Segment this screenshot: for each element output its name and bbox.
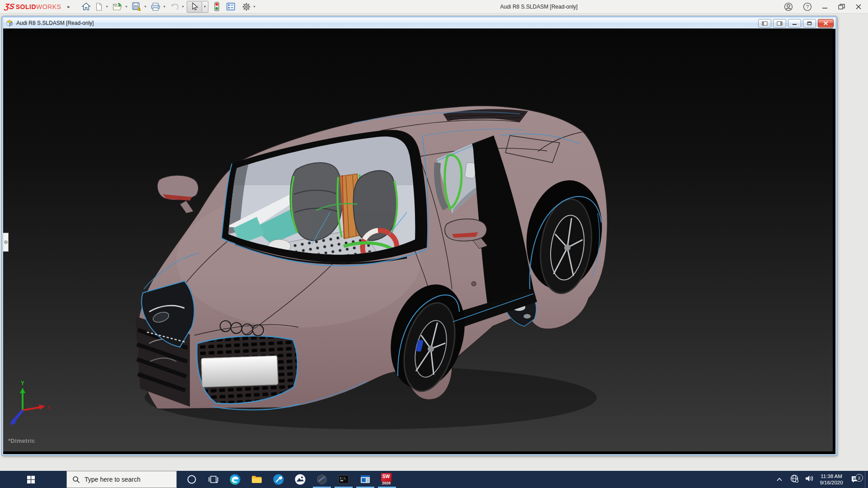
windows-taskbar: Type here to search [0,471,868,488]
taskbar-search-input[interactable]: Type here to search [66,471,177,488]
door-button [472,282,476,286]
hexagon-app-icon [316,474,328,485]
undo-icon [170,2,179,11]
globe-network-icon [790,474,799,483]
pane-left-button[interactable] [758,19,771,28]
edge-icon [229,474,241,485]
traffic-light-icon [214,2,220,11]
mirror-left [157,175,198,213]
pane-right-button[interactable] [773,19,786,28]
dropdown-caret[interactable]: ▾ [163,5,165,9]
graphics-viewport[interactable]: Y X *Dimetric [3,28,833,451]
restore-button[interactable] [838,4,845,10]
dropdown-caret[interactable]: ▾ [125,5,127,9]
show-desktop-button[interactable] [865,471,868,488]
design-table-icon [226,2,236,11]
search-placeholder: Type here to search [85,476,141,483]
document-title: Audi R8 S.SLDASM [Read-only] [16,20,94,26]
home-icon [81,2,91,11]
search-icon [72,476,80,483]
close-button[interactable] [855,4,862,10]
photos-button[interactable] [289,471,311,488]
start-button[interactable] [20,471,42,488]
notification-count-badge: 2 [855,474,863,482]
options-button[interactable] [240,1,253,13]
undo-button[interactable] [168,1,181,13]
dropdown-caret[interactable]: ▾ [106,5,108,9]
titlebar-controls: ? [784,0,868,13]
doc-minimize-button[interactable] [788,19,801,28]
gear-icon [242,2,251,11]
view-orientation-label: *Dimetric [8,437,35,444]
task-view-icon [208,474,218,484]
taskbar-clock[interactable]: 11:38 AM 9/16/2020 [817,473,846,486]
home-button[interactable] [80,1,93,13]
svg-text:?: ? [806,4,809,9]
open-button[interactable] [110,1,124,13]
triad-y-label: Y [21,380,24,386]
tray-chevron-button[interactable] [772,475,787,483]
system-tray: 11:38 AM 9/16/2020 2 [772,471,868,488]
solidworks-2020-icon: SW 2020 [380,473,394,486]
design-table-button[interactable] [224,1,237,13]
volume-button[interactable] [802,474,817,484]
save-button[interactable]: ! [130,1,143,13]
file-explorer-button[interactable] [246,471,268,488]
command-prompt-icon: C:\ [338,474,349,485]
orientation-triad: Y X [10,380,51,425]
app-hexagon-button[interactable] [311,471,333,488]
clock-time: 11:38 AM [817,473,846,479]
triad-x-label: X [47,405,51,410]
dropdown-caret[interactable]: ▾ [182,5,184,9]
save-icon: ! [132,2,142,11]
solidworks-taskbar-button[interactable]: SW 2020 [376,471,398,488]
command-prompt-button[interactable]: C:\ [333,471,354,488]
rebuild-button[interactable] [212,1,222,13]
assembly-icon [5,19,14,27]
select-tool-button[interactable] [187,1,202,13]
new-document-icon [94,2,103,11]
clock-date: 9/16/2020 [817,479,846,486]
minimize-button[interactable] [822,4,828,10]
edge-button[interactable] [224,471,246,488]
app-window-button[interactable] [354,471,376,488]
dassault-logo-icon: ƷS [4,2,15,11]
svg-text:C:\: C:\ [340,477,346,480]
print-button[interactable] [149,1,162,13]
task-view-button[interactable] [203,471,224,488]
cortana-button[interactable] [181,471,203,488]
chevron-up-icon [776,477,783,482]
menu-flyout-arrow-icon[interactable]: ▸ [67,4,70,9]
print-icon [151,2,160,11]
document-window: Audi R8 S.SLDASM [Read-only] [2,16,837,455]
quick-access-toolbar: ▾ ▾ ! ▾ ▾ [80,0,258,13]
dropdown-caret[interactable]: ▾ [254,5,255,9]
action-center-button[interactable]: 2 [846,475,865,483]
document-titlebar[interactable]: Audi R8 S.SLDASM [Read-only] [3,18,835,29]
wrench-circle-icon [273,474,284,485]
app-title: Audi R8 S.SLDASM [Read-only] [500,0,577,13]
car-model-audi-r8[interactable]: Y X [3,28,833,451]
new-document-button[interactable] [93,1,105,13]
document-window-buttons [758,19,834,28]
support-tool-button[interactable] [268,471,289,488]
select-cursor-icon [190,2,198,11]
license-plate [201,356,278,387]
select-tool-dropdown[interactable]: ▾ [202,1,208,13]
windows-logo-icon [27,476,35,483]
photos-icon [294,474,306,485]
network-button[interactable] [787,474,802,485]
cortana-icon [187,474,197,484]
app-titlebar: ƷS SOLID WORKS ▸ ▾ ▾ [0,0,868,14]
help-icon[interactable]: ? [803,2,812,11]
doc-close-button[interactable] [818,19,834,28]
doc-restore-button[interactable] [803,19,816,28]
feature-tree-collapse-tab[interactable] [3,233,9,252]
speaker-icon [805,474,814,483]
solidworks-logo: ƷS SOLID WORKS [5,2,61,11]
dropdown-caret[interactable]: ▾ [144,5,146,9]
account-icon[interactable] [784,2,793,11]
open-folder-icon [112,2,123,11]
file-explorer-icon [251,474,263,485]
svg-text:!: ! [139,8,140,11]
